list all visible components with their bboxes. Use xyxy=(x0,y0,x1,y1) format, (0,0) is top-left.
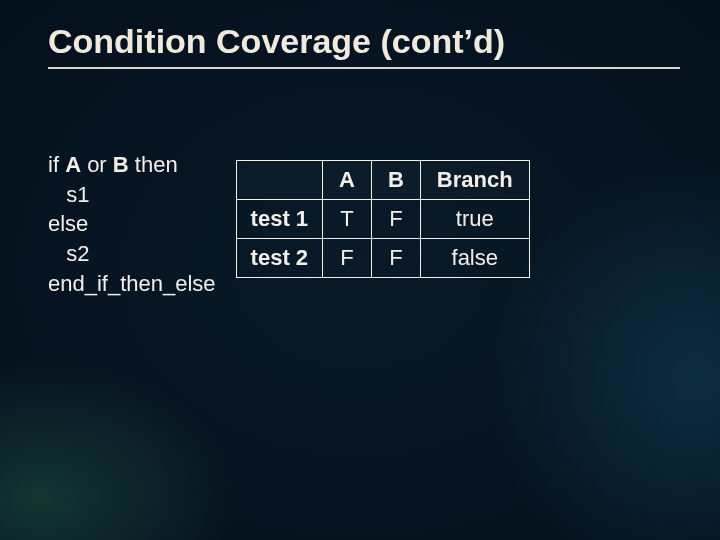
table-row: test 1 T F true xyxy=(236,200,529,239)
table-header-a: A xyxy=(323,161,372,200)
code-line: s2 xyxy=(48,241,90,266)
code-text: if xyxy=(48,152,65,177)
code-line: s1 xyxy=(48,182,90,207)
code-block: if A or B then s1 else s2 end_if_then_el… xyxy=(48,150,216,298)
row-name: test 2 xyxy=(236,239,322,278)
cell-a: T xyxy=(323,200,372,239)
cell-branch: false xyxy=(420,239,529,278)
cell-branch: true xyxy=(420,200,529,239)
code-var-b: B xyxy=(113,152,129,177)
row-name: test 1 xyxy=(236,200,322,239)
code-text: then xyxy=(129,152,178,177)
table-row: test 2 F F false xyxy=(236,239,529,278)
table-header-branch: Branch xyxy=(420,161,529,200)
cell-b: F xyxy=(371,239,420,278)
truth-table: A B Branch test 1 T F true test 2 F F fa… xyxy=(236,160,530,278)
code-var-a: A xyxy=(65,152,81,177)
code-text: or xyxy=(81,152,113,177)
table-header-b: B xyxy=(371,161,420,200)
slide-content: if A or B then s1 else s2 end_if_then_el… xyxy=(48,150,680,298)
table-header-row: A B Branch xyxy=(236,161,529,200)
table-header-empty xyxy=(236,161,322,200)
slide: Condition Coverage (cont’d) if A or B th… xyxy=(0,0,720,540)
slide-title: Condition Coverage (cont’d) xyxy=(48,22,680,69)
cell-b: F xyxy=(371,200,420,239)
code-line: end_if_then_else xyxy=(48,271,216,296)
code-line: else xyxy=(48,211,88,236)
cell-a: F xyxy=(323,239,372,278)
